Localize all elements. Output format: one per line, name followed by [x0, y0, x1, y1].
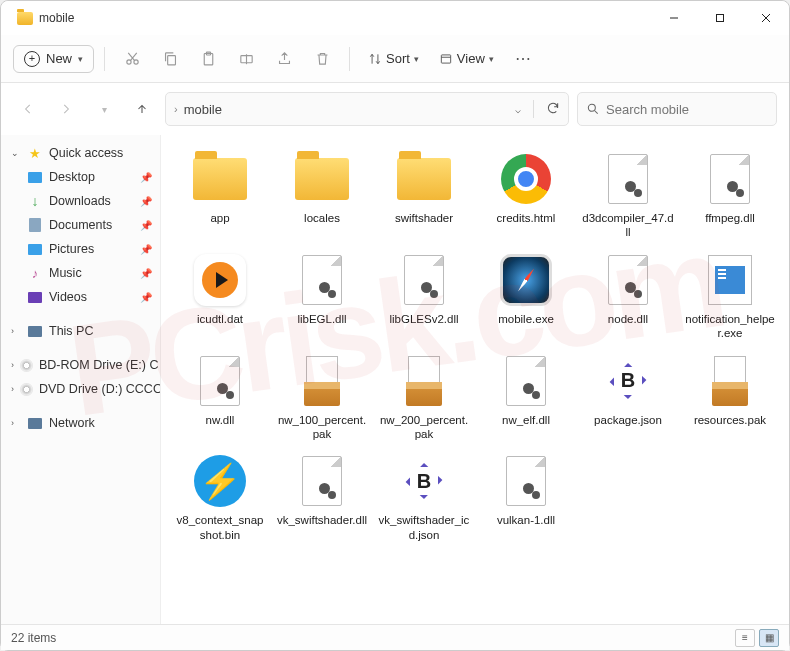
sidebar-pictures[interactable]: Pictures📌 [1, 237, 160, 261]
sidebar-desktop[interactable]: Desktop📌 [1, 165, 160, 189]
chevron-right-icon: › [11, 418, 21, 428]
window-tab[interactable]: mobile [7, 8, 84, 28]
file-item[interactable]: nw_100_percent.pak [273, 349, 371, 446]
chevron-down-icon: ▾ [489, 54, 494, 64]
file-item[interactable]: nw_elf.dll [477, 349, 575, 446]
address-bar-row: ▾ › mobile ⌵ Search mobile [1, 83, 789, 135]
close-button[interactable] [743, 1, 789, 35]
file-item[interactable]: credits.html [477, 147, 575, 244]
chevron-down-icon: ▾ [78, 54, 83, 64]
notification-exe-icon [708, 255, 752, 305]
file-item[interactable]: locales [273, 147, 371, 244]
folder-icon [295, 158, 349, 200]
sort-label: Sort [386, 51, 410, 66]
file-item[interactable]: nw.dll [171, 349, 269, 446]
file-item[interactable]: Bvk_swiftshader_icd.json [375, 449, 473, 546]
file-item[interactable]: vulkan-1.dll [477, 449, 575, 546]
sidebar-documents[interactable]: Documents📌 [1, 213, 160, 237]
pc-icon [28, 326, 42, 337]
chevron-right-icon: › [11, 384, 14, 394]
minimize-button[interactable] [651, 1, 697, 35]
sidebar-dvd[interactable]: ›DVD Drive (D:) CCCO [1, 377, 160, 401]
dll-icon [608, 255, 648, 305]
search-input[interactable]: Search mobile [577, 92, 777, 126]
sidebar-network[interactable]: ›Network [1, 411, 160, 435]
search-placeholder: Search mobile [606, 102, 689, 117]
dll-icon [302, 456, 342, 506]
new-label: New [46, 51, 72, 66]
rename-button[interactable] [229, 42, 263, 76]
history-dropdown[interactable]: ⌵ [515, 104, 521, 115]
chevron-down-icon: ⌄ [11, 148, 21, 158]
sidebar-this-pc[interactable]: ›This PC [1, 319, 160, 343]
file-item[interactable]: libGLESv2.dll [375, 248, 473, 345]
file-item[interactable]: swiftshader [375, 147, 473, 244]
pak-icon [402, 356, 446, 406]
item-count: 22 items [11, 631, 56, 645]
file-item[interactable]: nw_200_percent.pak [375, 349, 473, 446]
file-item[interactable]: mobile.exe [477, 248, 575, 345]
forward-button[interactable] [51, 94, 81, 124]
refresh-button[interactable] [546, 101, 560, 118]
dll-icon [608, 154, 648, 204]
svg-rect-6 [167, 56, 175, 65]
file-item[interactable]: node.dll [579, 248, 677, 345]
folder-icon [397, 158, 451, 200]
search-icon [586, 102, 600, 116]
maximize-button[interactable] [697, 1, 743, 35]
file-item[interactable]: icudtl.dat [171, 248, 269, 345]
compass-icon [500, 254, 552, 306]
pak-icon [300, 356, 344, 406]
delete-button[interactable] [305, 42, 339, 76]
sidebar-videos[interactable]: Videos📌 [1, 285, 160, 309]
file-item[interactable]: ⚡v8_context_snapshot.bin [171, 449, 269, 546]
folder-icon [193, 158, 247, 200]
up-button[interactable] [127, 94, 157, 124]
share-button[interactable] [267, 42, 301, 76]
chevron-right-icon: › [11, 326, 21, 336]
pin-icon: 📌 [140, 196, 152, 207]
sidebar-downloads[interactable]: ↓Downloads📌 [1, 189, 160, 213]
sidebar-quick-access[interactable]: ⌄★Quick access [1, 141, 160, 165]
view-icon [439, 52, 453, 66]
file-item[interactable]: vk_swiftshader.dll [273, 449, 371, 546]
cut-button[interactable] [115, 42, 149, 76]
breadcrumb[interactable]: › mobile ⌵ [165, 92, 569, 126]
copy-button[interactable] [153, 42, 187, 76]
dll-icon [710, 154, 750, 204]
back-button[interactable] [13, 94, 43, 124]
file-item[interactable]: resources.pak [681, 349, 779, 446]
dll-icon [302, 255, 342, 305]
view-button[interactable]: View ▾ [431, 46, 502, 71]
icons-view-button[interactable]: ▦ [759, 629, 779, 647]
dll-icon [506, 356, 546, 406]
pin-icon: 📌 [140, 292, 152, 303]
details-view-button[interactable]: ≡ [735, 629, 755, 647]
pin-icon: 📌 [140, 244, 152, 255]
recent-button[interactable]: ▾ [89, 94, 119, 124]
breadcrumb-current[interactable]: mobile [184, 102, 222, 117]
network-icon [28, 418, 42, 429]
chevron-right-icon: › [11, 360, 14, 370]
file-item[interactable]: notification_helper.exe [681, 248, 779, 345]
more-button[interactable]: ⋯ [506, 42, 540, 76]
file-item[interactable]: Bpackage.json [579, 349, 677, 446]
file-item[interactable]: ffmpeg.dll [681, 147, 779, 244]
sidebar: ⌄★Quick access Desktop📌 ↓Downloads📌 Docu… [1, 135, 161, 624]
sidebar-bdrom[interactable]: ›BD-ROM Drive (E:) C [1, 353, 160, 377]
paste-button[interactable] [191, 42, 225, 76]
chevron-right-icon: › [174, 103, 178, 115]
json-icon: B [604, 357, 652, 405]
json-icon: B [400, 457, 448, 505]
new-button[interactable]: + New ▾ [13, 45, 94, 73]
pin-icon: 📌 [140, 220, 152, 231]
sort-button[interactable]: Sort ▾ [360, 46, 427, 71]
sidebar-music[interactable]: ♪Music📌 [1, 261, 160, 285]
file-item[interactable]: app [171, 147, 269, 244]
chrome-icon [501, 154, 551, 204]
file-item[interactable]: libEGL.dll [273, 248, 371, 345]
bolt-icon: ⚡ [194, 455, 246, 507]
svg-point-11 [588, 104, 595, 111]
disc-icon [20, 383, 33, 396]
file-item[interactable]: d3dcompiler_47.dll [579, 147, 677, 244]
